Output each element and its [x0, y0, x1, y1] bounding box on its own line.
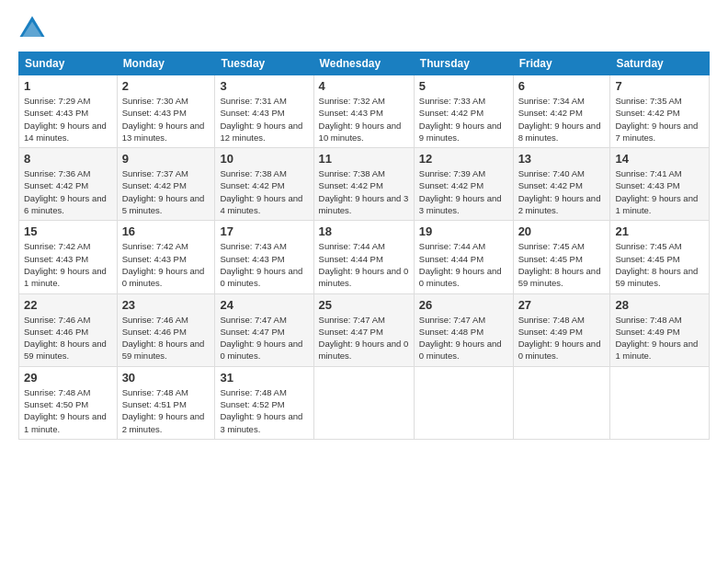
calendar-cell: 27Sunrise: 7:48 AM Sunset: 4:49 PM Dayli…: [513, 293, 610, 366]
day-info: Sunrise: 7:38 AM Sunset: 4:42 PM Dayligh…: [220, 167, 308, 216]
day-info: Sunrise: 7:42 AM Sunset: 4:43 PM Dayligh…: [24, 240, 112, 289]
calendar-cell: 30Sunrise: 7:48 AM Sunset: 4:51 PM Dayli…: [117, 366, 215, 439]
day-number: 2: [122, 79, 210, 93]
calendar-cell: 1Sunrise: 7:29 AM Sunset: 4:43 PM Daylig…: [19, 75, 118, 148]
calendar-week-1: 1Sunrise: 7:29 AM Sunset: 4:43 PM Daylig…: [19, 75, 710, 148]
logo: [18, 15, 50, 42]
calendar-cell: 8Sunrise: 7:36 AM Sunset: 4:42 PM Daylig…: [19, 148, 118, 221]
calendar-cell: 16Sunrise: 7:42 AM Sunset: 4:43 PM Dayli…: [117, 221, 215, 293]
weekday-header-wednesday: Wednesday: [313, 52, 414, 75]
calendar-cell: 5Sunrise: 7:33 AM Sunset: 4:42 PM Daylig…: [414, 75, 513, 148]
day-info: Sunrise: 7:32 AM Sunset: 4:43 PM Dayligh…: [319, 95, 409, 144]
day-info: Sunrise: 7:48 AM Sunset: 4:49 PM Dayligh…: [615, 314, 704, 362]
calendar-cell: 25Sunrise: 7:47 AM Sunset: 4:47 PM Dayli…: [313, 293, 414, 366]
day-number: 24: [220, 298, 308, 312]
day-info: Sunrise: 7:42 AM Sunset: 4:43 PM Dayligh…: [122, 240, 210, 289]
calendar-cell: [414, 366, 513, 439]
day-number: 22: [24, 298, 112, 312]
calendar-header-row: SundayMondayTuesdayWednesdayThursdayFrid…: [19, 52, 710, 75]
weekday-header-tuesday: Tuesday: [215, 52, 313, 75]
day-number: 26: [419, 298, 508, 312]
calendar-cell: 3Sunrise: 7:31 AM Sunset: 4:43 PM Daylig…: [215, 75, 313, 148]
calendar-cell: 17Sunrise: 7:43 AM Sunset: 4:43 PM Dayli…: [215, 221, 313, 293]
day-number: 19: [419, 224, 508, 238]
day-number: 7: [615, 79, 704, 93]
calendar-cell: 10Sunrise: 7:38 AM Sunset: 4:42 PM Dayli…: [215, 148, 313, 221]
day-info: Sunrise: 7:36 AM Sunset: 4:42 PM Dayligh…: [24, 167, 112, 216]
day-info: Sunrise: 7:47 AM Sunset: 4:47 PM Dayligh…: [220, 314, 308, 362]
day-info: Sunrise: 7:43 AM Sunset: 4:43 PM Dayligh…: [220, 240, 308, 289]
calendar-week-3: 15Sunrise: 7:42 AM Sunset: 4:43 PM Dayli…: [19, 221, 710, 293]
day-info: Sunrise: 7:48 AM Sunset: 4:49 PM Dayligh…: [518, 314, 606, 362]
calendar-cell: 29Sunrise: 7:48 AM Sunset: 4:50 PM Dayli…: [19, 366, 118, 439]
calendar-cell: [513, 366, 610, 439]
day-number: 17: [220, 224, 308, 238]
weekday-header-saturday: Saturday: [610, 52, 710, 75]
calendar-cell: 11Sunrise: 7:38 AM Sunset: 4:42 PM Dayli…: [313, 148, 414, 221]
calendar-cell: 28Sunrise: 7:48 AM Sunset: 4:49 PM Dayli…: [610, 293, 710, 366]
calendar-cell: 2Sunrise: 7:30 AM Sunset: 4:43 PM Daylig…: [117, 75, 215, 148]
calendar-cell: 15Sunrise: 7:42 AM Sunset: 4:43 PM Dayli…: [19, 221, 118, 293]
day-info: Sunrise: 7:38 AM Sunset: 4:42 PM Dayligh…: [319, 167, 409, 216]
day-number: 12: [419, 152, 508, 166]
day-info: Sunrise: 7:39 AM Sunset: 4:42 PM Dayligh…: [419, 167, 508, 216]
calendar: SundayMondayTuesdayWednesdayThursdayFrid…: [18, 52, 710, 440]
day-number: 13: [518, 152, 606, 166]
day-info: Sunrise: 7:37 AM Sunset: 4:42 PM Dayligh…: [122, 167, 210, 216]
day-info: Sunrise: 7:48 AM Sunset: 4:52 PM Dayligh…: [220, 386, 308, 435]
day-number: 9: [122, 152, 210, 166]
day-info: Sunrise: 7:45 AM Sunset: 4:45 PM Dayligh…: [615, 240, 704, 289]
day-info: Sunrise: 7:48 AM Sunset: 4:50 PM Dayligh…: [24, 386, 112, 435]
day-number: 18: [319, 224, 409, 238]
weekday-header-monday: Monday: [117, 52, 215, 75]
calendar-cell: 13Sunrise: 7:40 AM Sunset: 4:42 PM Dayli…: [513, 148, 610, 221]
day-info: Sunrise: 7:47 AM Sunset: 4:47 PM Dayligh…: [319, 314, 409, 362]
day-number: 8: [24, 152, 112, 166]
day-info: Sunrise: 7:46 AM Sunset: 4:46 PM Dayligh…: [24, 314, 112, 362]
day-info: Sunrise: 7:44 AM Sunset: 4:44 PM Dayligh…: [319, 240, 409, 289]
day-info: Sunrise: 7:40 AM Sunset: 4:42 PM Dayligh…: [518, 167, 606, 216]
day-info: Sunrise: 7:31 AM Sunset: 4:43 PM Dayligh…: [220, 95, 308, 144]
day-info: Sunrise: 7:48 AM Sunset: 4:51 PM Dayligh…: [122, 386, 210, 435]
day-number: 30: [122, 371, 210, 385]
header: [18, 15, 710, 42]
day-number: 29: [24, 371, 112, 385]
calendar-cell: [313, 366, 414, 439]
day-number: 14: [615, 152, 704, 166]
day-info: Sunrise: 7:44 AM Sunset: 4:44 PM Dayligh…: [419, 240, 508, 289]
calendar-cell: 22Sunrise: 7:46 AM Sunset: 4:46 PM Dayli…: [19, 293, 118, 366]
calendar-cell: 14Sunrise: 7:41 AM Sunset: 4:43 PM Dayli…: [610, 148, 710, 221]
calendar-cell: 6Sunrise: 7:34 AM Sunset: 4:42 PM Daylig…: [513, 75, 610, 148]
calendar-cell: 24Sunrise: 7:47 AM Sunset: 4:47 PM Dayli…: [215, 293, 313, 366]
weekday-header-sunday: Sunday: [19, 52, 118, 75]
calendar-cell: 9Sunrise: 7:37 AM Sunset: 4:42 PM Daylig…: [117, 148, 215, 221]
day-number: 31: [220, 371, 308, 385]
calendar-week-4: 22Sunrise: 7:46 AM Sunset: 4:46 PM Dayli…: [19, 293, 710, 366]
day-info: Sunrise: 7:35 AM Sunset: 4:42 PM Dayligh…: [615, 95, 704, 144]
day-info: Sunrise: 7:46 AM Sunset: 4:46 PM Dayligh…: [122, 314, 210, 362]
day-number: 16: [122, 224, 210, 238]
calendar-cell: 26Sunrise: 7:47 AM Sunset: 4:48 PM Dayli…: [414, 293, 513, 366]
day-number: 3: [220, 79, 308, 93]
day-number: 5: [419, 79, 508, 93]
calendar-cell: 7Sunrise: 7:35 AM Sunset: 4:42 PM Daylig…: [610, 75, 710, 148]
day-number: 6: [518, 79, 606, 93]
calendar-week-5: 29Sunrise: 7:48 AM Sunset: 4:50 PM Dayli…: [19, 366, 710, 439]
calendar-cell: 19Sunrise: 7:44 AM Sunset: 4:44 PM Dayli…: [414, 221, 513, 293]
calendar-week-2: 8Sunrise: 7:36 AM Sunset: 4:42 PM Daylig…: [19, 148, 710, 221]
day-number: 25: [319, 298, 409, 312]
day-number: 27: [518, 298, 606, 312]
day-number: 20: [518, 224, 606, 238]
day-info: Sunrise: 7:29 AM Sunset: 4:43 PM Dayligh…: [24, 95, 112, 144]
page: SundayMondayTuesdayWednesdayThursdayFrid…: [0, 0, 728, 563]
weekday-header-friday: Friday: [513, 52, 610, 75]
day-number: 28: [615, 298, 704, 312]
calendar-cell: 31Sunrise: 7:48 AM Sunset: 4:52 PM Dayli…: [215, 366, 313, 439]
day-info: Sunrise: 7:41 AM Sunset: 4:43 PM Dayligh…: [615, 167, 704, 216]
calendar-cell: 18Sunrise: 7:44 AM Sunset: 4:44 PM Dayli…: [313, 221, 414, 293]
calendar-cell: 12Sunrise: 7:39 AM Sunset: 4:42 PM Dayli…: [414, 148, 513, 221]
calendar-cell: [610, 366, 710, 439]
day-info: Sunrise: 7:30 AM Sunset: 4:43 PM Dayligh…: [122, 95, 210, 144]
day-number: 10: [220, 152, 308, 166]
calendar-cell: 4Sunrise: 7:32 AM Sunset: 4:43 PM Daylig…: [313, 75, 414, 148]
